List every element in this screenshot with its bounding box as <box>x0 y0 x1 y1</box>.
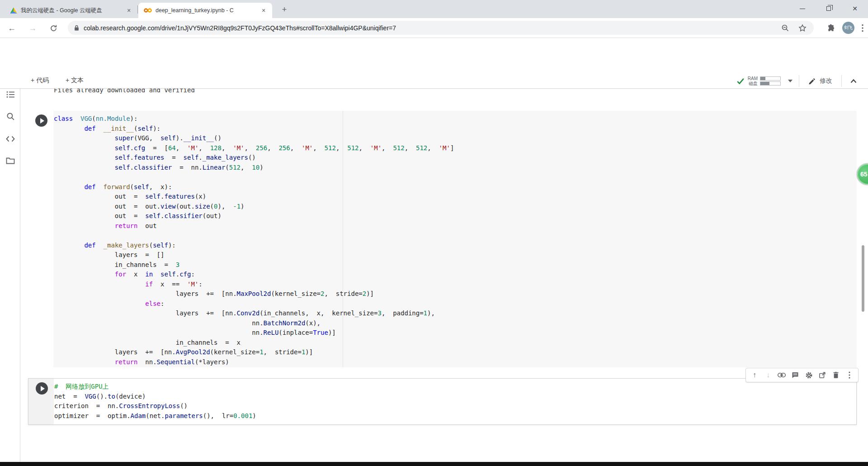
code-line: self.classifier = nn.Linear(512, 10) <box>54 163 854 173</box>
restore-button[interactable] <box>816 0 842 17</box>
files-folder-icon[interactable] <box>5 156 15 166</box>
code-line: nn.ReLU(inplace=True)] <box>54 328 854 338</box>
colab-favicon-icon <box>144 8 152 13</box>
restore-icon <box>826 6 831 11</box>
colab-header: deep_learning_turkey.ipynb ☆ 文件 修改 视图 插入… <box>0 38 868 73</box>
code-cell-vgg-class[interactable]: class VGG(nn.Module): def __init__(self)… <box>28 111 857 367</box>
move-cell-up-icon[interactable]: ↑ <box>749 369 760 381</box>
connected-check-icon <box>736 77 745 85</box>
add-code-button[interactable]: + 代码 <box>31 76 49 85</box>
toolbar-divider <box>799 75 799 87</box>
new-tab-button[interactable]: + <box>278 4 290 15</box>
code-line: net = VGG().to(device) <box>54 392 854 402</box>
tab-close-icon[interactable]: ✕ <box>259 6 268 14</box>
extensions-icon[interactable] <box>827 24 835 32</box>
tab-title: 我的云端硬盘 - Google 云端硬盘 <box>21 7 125 14</box>
code-line: return nn.Sequential(*layers) <box>54 357 854 367</box>
mirror-cell-icon[interactable] <box>816 369 828 381</box>
code-line: if x == 'M': <box>54 280 854 290</box>
cell-output-text: Files already downloaded and verified <box>54 89 195 94</box>
play-icon <box>41 386 45 391</box>
browser-menu-icon[interactable] <box>862 24 863 32</box>
code-line: def _make_layers(self): <box>54 241 854 251</box>
tab-separator <box>137 5 138 14</box>
code-snippets-icon[interactable] <box>5 134 15 144</box>
code-line: in_channels = 3 <box>54 260 854 270</box>
notebook-toolbar: + 代码 + 文本 RAM 磁盘 修改 <box>0 73 868 89</box>
disk-meter <box>760 81 781 86</box>
code-cell-gpu-setup[interactable]: # 网络放到GPU上net = VGG().to(device)criterio… <box>28 378 857 425</box>
collapse-header-button[interactable] <box>850 78 857 84</box>
search-icon[interactable] <box>5 111 15 121</box>
disk-label: 磁盘 <box>749 81 758 86</box>
link-to-cell-icon[interactable] <box>776 369 788 381</box>
add-comment-icon[interactable] <box>789 369 801 381</box>
code-line: self.cfg = [64, 'M', 128, 'M', 256, 256,… <box>54 143 854 153</box>
code-line: def __init__(self): <box>54 124 854 134</box>
window-controls: — ✕ <box>789 0 868 17</box>
close-window-button[interactable]: ✕ <box>842 0 868 17</box>
notebook-main-area: Files already downloaded and verified cl… <box>0 89 868 462</box>
edit-label: 修改 <box>820 77 832 85</box>
tab-colab-notebook[interactable]: deep_learning_turkey.ipynb - C ✕ <box>138 3 272 18</box>
minimize-button[interactable]: — <box>789 0 816 17</box>
code-line: in_channels = x <box>54 338 854 348</box>
code-line: super(VGG, self).__init__() <box>54 133 854 143</box>
url-text[interactable]: colab.research.google.com/drive/1nJjVY5W… <box>84 24 773 32</box>
code-line: criterion = nn.CrossEntropyLoss() <box>54 401 854 411</box>
code-line <box>54 231 854 241</box>
move-cell-down-icon[interactable]: ↓ <box>762 369 774 381</box>
zoom-out-icon[interactable] <box>780 23 790 33</box>
bookmark-star-icon[interactable] <box>797 23 807 33</box>
code-line: return out <box>54 221 854 231</box>
code-line: def forward(self, x): <box>54 182 854 192</box>
code-line: else: <box>54 299 854 309</box>
browser-actions: 剑飞 <box>827 22 863 34</box>
code-line: layers += [nn.MaxPool2d(kernel_size=2, s… <box>54 289 854 299</box>
overlay-progress-badge[interactable]: 65 <box>856 163 868 185</box>
code-line: # 网络放到GPU上 <box>54 382 854 392</box>
code-line: out = out.view(out.size(0), -1) <box>54 202 854 212</box>
drive-favicon-icon <box>10 7 17 14</box>
lock-icon <box>74 24 79 31</box>
ram-meter <box>760 76 781 81</box>
forward-button[interactable]: → <box>27 23 38 33</box>
reload-button[interactable] <box>48 23 59 33</box>
play-icon <box>40 118 44 124</box>
code-line: self.features = self._make_layers() <box>54 153 854 163</box>
code-line: class VGG(nn.Module): <box>54 114 854 124</box>
tab-google-drive[interactable]: 我的云端硬盘 - Google 云端硬盘 ✕ <box>5 3 137 18</box>
tab-title: deep_learning_turkey.ipynb - C <box>156 7 259 14</box>
add-text-button[interactable]: + 文本 <box>66 76 84 85</box>
edit-mode-button[interactable]: 修改 <box>808 77 832 85</box>
bottom-edge-bar <box>0 462 868 466</box>
resource-meters[interactable] <box>760 76 781 86</box>
back-button[interactable]: ← <box>6 23 17 33</box>
cell-settings-gear-icon[interactable] <box>803 369 815 381</box>
resources-dropdown-icon[interactable] <box>788 80 793 82</box>
notebook-scrollbar[interactable] <box>862 245 864 312</box>
code-line: nn.BatchNorm2d(x), <box>54 319 854 328</box>
delete-cell-icon[interactable] <box>830 369 842 381</box>
code-line: layers = [] <box>54 250 854 260</box>
code-line: optimizer = optim.Adam(net.parameters(),… <box>54 411 854 421</box>
code-line: out = self.classifier(out) <box>54 211 854 221</box>
browser-tab-bar: 我的云端硬盘 - Google 云端硬盘 ✕ deep_learning_tur… <box>0 0 868 18</box>
run-cell-button[interactable] <box>35 114 47 127</box>
tab-close-icon[interactable]: ✕ <box>125 6 133 14</box>
code-line: layers += [nn.AvgPool2d(kernel_size=1, s… <box>54 347 854 357</box>
code-line: out = self.features(x) <box>54 192 854 202</box>
table-of-contents-icon[interactable] <box>5 90 15 100</box>
cell-toolbar: ↑ ↓ <box>745 368 859 382</box>
code-line: for x in self.cfg: <box>54 270 854 280</box>
run-cell-button[interactable] <box>36 382 48 395</box>
resource-labels[interactable]: RAM 磁盘 <box>748 76 758 86</box>
left-sidebar <box>0 89 20 462</box>
browser-address-bar: ← → colab.research.google.com/drive/1nJj… <box>0 18 868 38</box>
more-cell-actions-icon[interactable] <box>844 369 855 381</box>
code-line: layers += [nn.Conv2d(in_channels, x, ker… <box>54 309 854 319</box>
toolbar-divider <box>841 75 842 87</box>
browser-avatar[interactable]: 剑飞 <box>842 22 854 34</box>
code-line <box>54 172 854 182</box>
omnibox[interactable]: colab.research.google.com/drive/1nJjVY5W… <box>68 21 814 35</box>
